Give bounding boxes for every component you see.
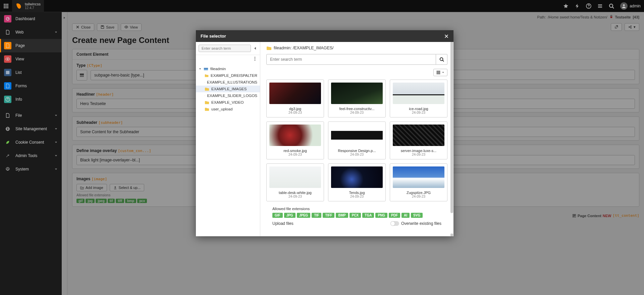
file-thumb[interactable]: ice-road.jpg24-09-23	[390, 80, 447, 117]
nav-forms[interactable]: Forms	[0, 79, 62, 93]
tree-folder[interactable]: EXAMPLE_VIDEO	[196, 99, 260, 106]
thumb-name: ice-road.jpg	[393, 107, 444, 111]
upload-label: Upload files	[272, 221, 293, 226]
file-search-button[interactable]	[436, 54, 447, 65]
tree-folder[interactable]: EXAMPLE_SLIDER_LOGOS	[196, 92, 260, 99]
thumb-date: 24-09-23	[331, 153, 383, 156]
thumb-date: 24-09-23	[269, 195, 321, 198]
nav-label: System	[15, 167, 29, 171]
ext-badge: TGA	[362, 213, 374, 218]
file-thumb[interactable]: Zugspitze.JPG24-09-23	[390, 163, 447, 201]
ext-badge: PCX	[350, 213, 361, 218]
bookmark-icon[interactable]	[563, 3, 569, 9]
nav-web[interactable]: Web	[0, 26, 62, 39]
site-icon	[4, 125, 11, 133]
tree-search-input[interactable]	[199, 45, 251, 52]
view-mode-button[interactable]	[433, 69, 447, 76]
tree-folder[interactable]: user_upload	[196, 106, 260, 112]
thumb-date: 24-09-23	[393, 153, 444, 156]
overwrite-toggle[interactable]	[390, 221, 399, 226]
list-icon[interactable]	[597, 3, 603, 9]
file-thumb[interactable]: server-image-luxe-s...24-09-23	[390, 121, 447, 159]
nav-label: Forms	[15, 84, 27, 88]
tree-label: user_upload	[211, 107, 232, 111]
folder-icon	[205, 73, 209, 78]
file-thumb[interactable]: dg3.jpg24-09-23	[266, 80, 324, 117]
ext-badge: JPEG	[297, 213, 311, 218]
thumb-image	[393, 83, 444, 104]
tree-label: EXAMPLE_ILLUSTRATIONS	[207, 80, 257, 84]
nav-site[interactable]: Site Management	[0, 122, 62, 136]
help-icon[interactable]	[586, 3, 591, 9]
thumb-name: Tends.jpg	[331, 191, 383, 195]
brand-logo-icon	[15, 3, 22, 9]
thumb-name: table-desk-white.jpg	[269, 191, 321, 195]
tree-root[interactable]: fileadmin	[196, 65, 260, 72]
thumb-name: server-image-luxe-s...	[393, 149, 444, 153]
nav-label: Cookie Consent	[15, 140, 44, 145]
brand: tailwincss 12.4.7	[12, 0, 44, 12]
tree-collapse-icon[interactable]	[253, 46, 257, 51]
cache-flush-icon[interactable]	[575, 3, 580, 9]
file-thumb[interactable]: Responsive Design.p...24-09-23	[328, 121, 386, 159]
nav-label: Admin Tools	[15, 153, 37, 158]
grid-icon	[436, 70, 440, 75]
ext-badge: TIF	[312, 213, 321, 218]
nav-info[interactable]: Info	[0, 93, 62, 106]
brand-version: 12.4.7	[25, 6, 41, 10]
thumb-date: 24-09-23	[393, 111, 444, 114]
forms-icon	[4, 82, 11, 90]
folder-icon	[266, 45, 272, 51]
ext-badge: PNG	[375, 213, 387, 218]
tree-menu-icon[interactable]	[253, 56, 257, 61]
ext-badge: BMP	[336, 213, 348, 218]
chevron-down-icon	[54, 31, 58, 34]
chevron-down-icon	[54, 127, 58, 131]
file-thumb[interactable]: red-smoke.jpg24-09-23	[266, 121, 324, 159]
apps-grid-icon[interactable]	[3, 3, 9, 9]
thumb-image	[393, 125, 444, 146]
nav-label: Info	[15, 97, 22, 102]
thumb-date: 24-09-23	[393, 195, 444, 198]
ext-badge: TIFF	[323, 213, 334, 218]
tree-folder[interactable]: EXAMPLE_DREISPALTER	[196, 72, 260, 79]
tree-label: EXAMPLE_SLIDER_LOGOS	[207, 94, 257, 98]
ext-badge: GIF	[272, 213, 283, 218]
thumb-image	[269, 166, 321, 188]
crumb-text: fileadmin: /EXAMPLE_IMAGES/	[274, 46, 334, 50]
chevron-down-icon	[54, 141, 58, 144]
nav-system[interactable]: System	[0, 162, 62, 176]
thumb-image	[393, 166, 444, 188]
thumb-image	[331, 125, 383, 146]
file-thumb[interactable]: table-desk-white.jpg24-09-23	[266, 163, 324, 201]
file-thumb[interactable]: feel-free-constructiv...24-09-23	[328, 80, 386, 117]
folder-icon	[205, 100, 209, 105]
search-icon[interactable]	[609, 3, 614, 9]
thumb-name: Zugspitze.JPG	[393, 191, 444, 195]
nav-list[interactable]: List	[0, 66, 62, 79]
nav-file[interactable]: File	[0, 109, 62, 122]
modal-close-button[interactable]	[444, 34, 449, 39]
ext-badge: AI	[401, 213, 410, 218]
nav-cookie[interactable]: Cookie Consent	[0, 136, 62, 149]
view-icon	[4, 55, 11, 63]
thumb-date: 24-09-23	[331, 111, 383, 114]
tree-label: EXAMPLE_VIDEO	[211, 100, 244, 104]
mount-icon	[204, 66, 208, 71]
chevron-down-icon	[442, 71, 444, 74]
tree-folder[interactable]: EXAMPLE_IMAGES	[196, 86, 260, 92]
nav-label: View	[15, 57, 24, 61]
nav-view[interactable]: View	[0, 52, 62, 66]
nav-page[interactable]: Page	[0, 39, 62, 52]
nav-dashboard[interactable]: Dashboard	[0, 12, 62, 26]
module-sidebar: Dashboard Web Page View List Forms Info …	[0, 12, 62, 295]
tree-folder[interactable]: EXAMPLE_ILLUSTRATIONS	[196, 79, 260, 86]
allowed-extensions: GIFJPGJPEGTIFTIFFBMPPCXTGAPNGPDFAISVG	[272, 213, 441, 218]
scrollbar[interactable]	[450, 42, 453, 236]
file-search-input[interactable]	[266, 54, 436, 65]
nav-admin[interactable]: Admin Tools	[0, 149, 62, 162]
user-menu[interactable]: admin	[620, 2, 641, 10]
file-thumb[interactable]: Tends.jpg24-09-23	[328, 163, 386, 201]
folder-icon	[205, 80, 205, 85]
modal-title: File selector	[201, 34, 226, 39]
